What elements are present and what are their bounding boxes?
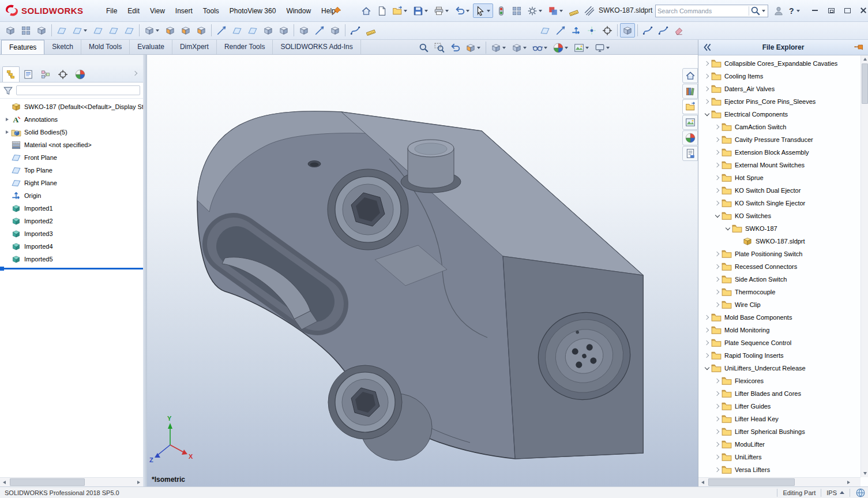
view-orientation-button[interactable]	[489, 41, 509, 54]
explorer-chevron[interactable]	[703, 364, 711, 372]
menu-window[interactable]: Window	[281, 4, 316, 18]
zoom-area-button[interactable]	[432, 41, 447, 54]
print-button[interactable]	[431, 3, 452, 18]
collapse-task-pane-button[interactable]	[702, 42, 712, 53]
draft-analysis-button[interactable]	[163, 23, 178, 38]
explorer-item-unilifters[interactable]: UniLifters	[698, 451, 861, 463]
hex-screw-upper[interactable]	[328, 169, 408, 250]
restore-button[interactable]	[825, 4, 837, 17]
web-status-icon[interactable]	[855, 488, 866, 498]
explorer-item-side-action-switch[interactable]: Side Action Switch	[698, 273, 861, 286]
planar-surface-button[interactable]	[54, 23, 69, 38]
task-pane-tab-view-palette[interactable]	[682, 115, 698, 130]
tab-sketch[interactable]: Sketch	[44, 40, 81, 54]
tab-render-tools[interactable]: Render Tools	[217, 40, 273, 54]
top-boss[interactable]	[401, 140, 461, 193]
explorer-item-daters-air-valves[interactable]: Daters_Air Valves	[698, 83, 861, 95]
explorer-chevron[interactable]	[703, 98, 711, 106]
explorer-chevron[interactable]	[713, 453, 722, 461]
panel-tab-dimxpertmanager[interactable]	[54, 66, 72, 82]
explorer-item-collapsible-cores-expandable-cavaties[interactable]: Collapsible Cores_Expandable Cavaties	[698, 57, 861, 70]
feature-tree-item[interactable]: Imported2	[0, 215, 143, 227]
user-account-icon[interactable]	[773, 6, 784, 16]
ruled-surface-button[interactable]	[91, 23, 106, 38]
vscroll-thumb[interactable]	[862, 63, 868, 104]
help-button[interactable]: ?	[789, 5, 801, 17]
explorer-chevron[interactable]	[713, 186, 722, 194]
panel-tab-featuremanager[interactable]	[2, 66, 20, 82]
spline-button[interactable]	[348, 23, 363, 38]
feature-tree-item[interactable]: Material <not specified>	[0, 138, 143, 151]
menu-tools[interactable]: Tools	[198, 4, 224, 18]
explorer-chevron[interactable]	[713, 123, 722, 131]
tab-solidworks-add-ins[interactable]: SOLIDWORKS Add-Ins	[273, 40, 360, 54]
explorer-chevron[interactable]	[713, 263, 722, 271]
draft-button[interactable]	[142, 23, 162, 38]
explorer-item-extension-block-assembly[interactable]: Extension Block Assembly	[698, 146, 861, 159]
file-explorer-hscrollbar[interactable]	[698, 477, 861, 486]
task-pane-tab-custom-properties[interactable]	[682, 146, 698, 161]
apply-scene-button[interactable]	[572, 41, 592, 54]
extrude-core-button[interactable]	[34, 23, 49, 38]
explorer-chevron[interactable]	[703, 110, 711, 118]
search-icon[interactable]	[750, 6, 761, 16]
tab-evaluate[interactable]: Evaluate	[130, 40, 172, 54]
explorer-item-lifter-spherical-bushings[interactable]: Lifter Spherical Bushings	[698, 425, 861, 438]
explorer-item-cavity-pressure-transducer[interactable]: Cavity Pressure Transducer	[698, 133, 861, 146]
feature-tree-item[interactable]: Front Plane	[0, 151, 143, 164]
filter-input[interactable]	[16, 85, 140, 95]
core-button[interactable]	[276, 23, 291, 38]
explorer-item-lifter-blades-and-cores[interactable]: Lifter Blades and Cores	[698, 387, 861, 400]
scroll-left-button[interactable]	[0, 478, 9, 486]
explorer-chevron[interactable]	[703, 85, 711, 93]
explorer-item-versa-lifters[interactable]: Versa Lifters	[698, 463, 861, 476]
explorer-item-swko-187-sldprt[interactable]: SWKO-187.sldprt	[698, 235, 861, 248]
feature-tree-item[interactable]: Origin	[0, 189, 143, 202]
tab-features[interactable]: Features	[1, 40, 44, 54]
parting-line-analysis-button[interactable]	[194, 23, 209, 38]
feature-tree-root[interactable]: SWKO-187 (Default<<Default>_Display St	[0, 100, 143, 113]
scroll-down-button[interactable]	[861, 470, 868, 477]
hscroll-thumb[interactable]	[10, 478, 85, 486]
zoom-fit-button[interactable]	[416, 41, 431, 54]
minimize-button[interactable]	[809, 4, 821, 17]
task-pane-tab-design-library[interactable]	[682, 84, 698, 99]
explorer-item-electrical-components[interactable]: Electrical Components	[698, 108, 861, 121]
explorer-chevron[interactable]	[713, 174, 722, 182]
scale-button[interactable]	[328, 23, 343, 38]
scroll-up-button[interactable]	[861, 55, 868, 63]
explorer-item-wire-clip[interactable]: Wire Clip	[698, 298, 861, 311]
explorer-item-lifter-guides[interactable]: Lifter Guides	[698, 400, 861, 413]
scroll-right-button[interactable]	[844, 478, 853, 486]
menu-pin-icon[interactable]	[332, 6, 342, 16]
reference-point-button[interactable]	[584, 23, 599, 38]
filter-icon[interactable]	[3, 85, 13, 96]
explorer-chevron[interactable]	[703, 59, 711, 68]
task-pane-tab-appearances[interactable]	[682, 130, 698, 145]
explorer-item-ko-switches[interactable]: KO Switches	[698, 209, 861, 222]
edit-appearance-button[interactable]	[551, 41, 571, 54]
explorer-item-lifter-head-key[interactable]: Lifter Head Key	[698, 413, 861, 425]
open-document-button[interactable]	[390, 3, 410, 18]
parting-surfaces-button[interactable]	[245, 23, 260, 38]
menu-view[interactable]: View	[145, 4, 170, 18]
file-explorer-vscrollbar[interactable]	[861, 55, 868, 477]
explorer-item-modulifter[interactable]: ModuLifter	[698, 438, 861, 451]
measure-button[interactable]	[566, 3, 581, 18]
select-button[interactable]	[473, 3, 493, 18]
explorer-chevron[interactable]	[713, 415, 722, 423]
filled-surface-button[interactable]	[122, 23, 137, 38]
view-orientation-button[interactable]	[620, 23, 635, 38]
explorer-item-camaction-switch[interactable]: CamAction Switch	[698, 121, 861, 133]
display-style-button[interactable]	[509, 41, 529, 54]
panel-tab-configurationmanager[interactable]	[37, 66, 54, 82]
explorer-chevron[interactable]	[713, 212, 722, 220]
scroll-left-button[interactable]	[698, 478, 707, 486]
shut-off-surfaces-button[interactable]	[230, 23, 245, 38]
explorer-item-swko-187[interactable]: SWKO-187	[698, 222, 861, 235]
explorer-item-mold-base-components[interactable]: Mold Base Components	[698, 311, 861, 324]
units-label[interactable]: IPS	[826, 489, 837, 496]
panel-splitter[interactable]	[143, 55, 147, 486]
explorer-item-thermocouple[interactable]: Thermocouple	[698, 286, 861, 298]
mass-properties-button[interactable]	[582, 3, 597, 18]
